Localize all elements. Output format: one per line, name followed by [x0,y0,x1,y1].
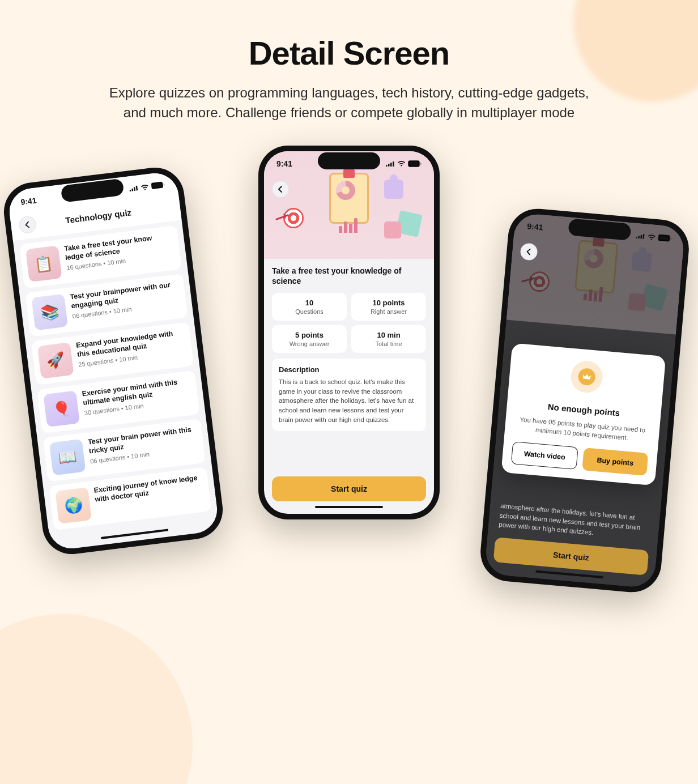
signal-icon [386,161,395,167]
quiz-thumb-icon: 🎈 [52,399,72,419]
description-text: This is a back to school quiz. let's mak… [279,377,419,424]
svg-rect-2 [134,187,135,191]
battery-icon [408,160,422,167]
detail-title: Take a free test your knowledge of scien… [272,266,426,286]
quiz-thumbnail: 📖 [49,438,86,475]
status-time: 9:41 [20,195,37,206]
quiz-thumbnail: 🚀 [37,342,74,379]
svg-rect-13 [420,163,422,165]
quiz-thumbnail: 📋 [25,245,62,282]
stat-label: Questions [276,308,342,315]
status-icons [386,160,422,167]
phone-mockup-list: 9:41 Technology quiz 📋 Take a free test … [1,164,226,557]
page-title: Detail Screen [68,34,630,72]
stat-label: Total time [356,340,422,347]
wifi-icon [397,160,406,167]
quiz-item-title: Exciting journey of know ledge with doct… [93,473,203,504]
stat-value: 5 points [276,331,342,339]
signal-icon [129,185,139,191]
not-enough-points-modal: No enough points You have 05 points to p… [501,343,666,485]
quiz-thumb-icon: 🚀 [45,351,66,370]
back-button[interactable] [272,181,289,198]
start-quiz-button[interactable]: Start quiz [272,476,426,501]
quiz-thumb-icon: 🌍 [63,496,84,515]
battery-icon [151,181,165,189]
description-heading: Description [279,365,419,374]
stat-label: Right answer [356,308,422,315]
svg-rect-7 [386,165,388,167]
wifi-icon [647,233,656,240]
svg-rect-17 [642,233,644,238]
svg-rect-14 [636,236,637,238]
phone-mockup-modal: 9:41 No enough points You have 05 points… [478,206,691,594]
wifi-icon [140,183,149,190]
status-icons [636,232,672,241]
stat-card: 5 pointsWrong answer [272,325,347,353]
svg-rect-1 [131,188,133,191]
stat-value: 10 min [356,331,422,339]
status-time: 9:41 [276,159,292,168]
quiz-thumb-icon: 📋 [33,254,54,274]
description-box: Description This is a back to school qui… [272,359,426,431]
svg-rect-15 [638,236,640,238]
page-subtitle: Explore quizzes on programming languages… [100,83,598,123]
chevron-left-icon [277,186,284,193]
stat-value: 10 [276,299,342,307]
svg-rect-10 [393,161,394,167]
stat-value: 10 points [356,299,422,307]
svg-rect-20 [670,237,671,240]
status-time: 9:41 [527,221,543,232]
quiz-thumbnail: 📚 [31,293,68,330]
svg-rect-9 [390,163,392,167]
svg-rect-6 [164,183,165,185]
stat-label: Wrong answer [276,340,342,347]
buy-points-button[interactable]: Buy points [582,448,648,476]
svg-rect-12 [409,161,419,166]
stat-card: 10Questions [272,293,347,321]
battery-icon [658,234,672,242]
quiz-thumbnail: 🌍 [55,487,92,524]
quiz-thumbnail: 🎈 [43,390,80,427]
crown-icon [577,368,596,386]
svg-rect-8 [388,164,390,167]
quiz-thumb-icon: 📚 [40,302,60,322]
svg-rect-3 [136,185,138,190]
back-button[interactable] [520,242,538,261]
svg-rect-16 [640,235,642,238]
quiz-thumb-icon: 📖 [57,447,78,467]
phone-notch [318,152,380,169]
chevron-left-icon [525,248,533,255]
stat-card: 10 pointsRight answer [351,293,426,321]
signal-icon [636,232,645,238]
svg-rect-0 [129,190,131,191]
stat-card: 10 minTotal time [351,325,426,353]
phone-mockup-detail: 9:41 Take a free test your knowledge of … [258,146,440,519]
modal-icon-circle [569,359,604,394]
watch-video-button[interactable]: Watch video [511,441,578,470]
status-icons [129,181,165,192]
